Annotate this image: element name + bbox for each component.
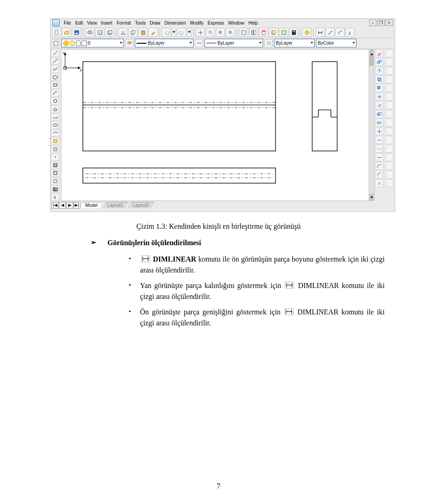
area-icon[interactable] (385, 58, 393, 66)
pline-icon[interactable] (51, 65, 59, 73)
menu-help[interactable]: Help (249, 21, 258, 26)
status-icon[interactable] (385, 110, 393, 118)
time-icon[interactable] (385, 101, 393, 109)
tab-nav-last[interactable]: ▶| (73, 202, 81, 209)
move-icon[interactable] (375, 93, 383, 101)
insert-block-icon[interactable] (51, 137, 59, 145)
tab-layout1[interactable]: Layout1 (102, 202, 128, 208)
menu-express[interactable]: Express (208, 21, 224, 26)
menu-dimension[interactable]: Dimension (164, 21, 186, 26)
menu-modify[interactable]: Modify (190, 21, 203, 26)
zoom-window-icon[interactable] (216, 28, 225, 37)
offset-icon[interactable] (375, 75, 383, 83)
xline-icon[interactable] (51, 57, 59, 65)
extend-icon[interactable] (375, 136, 383, 144)
vertical-scrollbar[interactable]: ▴ ▾ (369, 50, 374, 201)
table-icon[interactable] (51, 185, 59, 193)
copy-icon[interactable] (128, 28, 137, 37)
mtext-icon[interactable]: A (51, 193, 59, 201)
scale-icon[interactable] (375, 110, 383, 118)
layer-manager-icon[interactable] (125, 39, 133, 47)
sheetset-icon[interactable] (269, 28, 278, 37)
rotate-icon[interactable] (375, 101, 383, 109)
distance-icon[interactable] (385, 49, 393, 57)
plot-icon[interactable] (85, 28, 94, 37)
redo-icon[interactable] (177, 28, 186, 37)
arc-icon[interactable] (51, 89, 59, 97)
locate-icon[interactable] (385, 93, 393, 101)
menu-edit[interactable]: Edit (75, 21, 83, 26)
color-control-icon[interactable] (52, 39, 60, 47)
tab-nav-first[interactable]: |◀ (51, 202, 59, 209)
inq-tool1-icon[interactable] (385, 127, 393, 135)
menu-window[interactable]: Window (228, 21, 244, 26)
zoom-realtime-icon[interactable] (206, 28, 215, 37)
gradient-icon[interactable] (51, 170, 59, 177)
paste-icon[interactable] (138, 28, 147, 37)
quickcalc-icon[interactable] (289, 28, 298, 37)
trim-icon[interactable] (375, 127, 383, 135)
scroll-up-icon[interactable]: ▴ (370, 51, 373, 56)
properties-icon[interactable] (239, 28, 248, 37)
revcloud-icon[interactable] (51, 105, 59, 113)
redo-dropdown-icon[interactable] (187, 28, 192, 37)
publish-icon[interactable] (105, 28, 114, 37)
lineweight-settings-icon[interactable] (264, 39, 273, 47)
tab-layout2[interactable]: Layout2 (128, 202, 154, 208)
menu-view[interactable]: View (87, 21, 97, 26)
lineweight-combo[interactable]: ByLayer (204, 39, 263, 47)
inq-tool3-icon[interactable] (385, 144, 393, 153)
tool-palettes-icon[interactable] (259, 28, 268, 37)
markup-icon[interactable] (279, 28, 288, 37)
region-icon[interactable] (51, 177, 59, 185)
inq-tool2-icon[interactable] (385, 136, 393, 144)
help-icon[interactable]: ? (302, 28, 311, 37)
inq-tool6-icon[interactable] (385, 170, 393, 179)
close-button[interactable]: × (386, 20, 393, 26)
linetype-combo[interactable]: ByLayer (135, 39, 193, 47)
tab-nav-next[interactable]: ▶ (66, 202, 73, 209)
spline-icon[interactable] (51, 113, 59, 121)
join-icon[interactable] (375, 153, 383, 161)
tab-nav-prev[interactable]: ◀ (59, 202, 66, 209)
fillet-icon[interactable] (375, 170, 383, 179)
polygon-icon[interactable] (51, 73, 59, 81)
design-center-icon[interactable] (249, 28, 258, 37)
array-icon[interactable] (375, 84, 383, 92)
scroll-thumb[interactable] (370, 57, 373, 66)
menu-file[interactable]: File (64, 21, 71, 26)
break-icon[interactable] (375, 144, 383, 153)
cut-icon[interactable] (118, 28, 127, 37)
menu-draw[interactable]: Draw (150, 21, 160, 26)
restore-button[interactable]: ❐ (377, 20, 385, 26)
erase-icon[interactable] (375, 49, 383, 57)
ellipse-arc-icon[interactable] (51, 129, 59, 137)
tab-model[interactable]: Model (80, 202, 102, 208)
copy-object-icon[interactable] (375, 58, 383, 66)
inq-tool5-icon[interactable] (385, 162, 393, 170)
menu-insert[interactable]: Insert (101, 21, 112, 26)
save-icon[interactable] (72, 28, 81, 37)
list-icon[interactable] (385, 75, 393, 83)
chamfer-icon[interactable] (375, 162, 383, 170)
dimarc-icon[interactable] (335, 28, 345, 37)
inq-tool4-icon[interactable] (385, 153, 393, 161)
inq-tool7-icon[interactable] (385, 179, 393, 187)
rectangle-icon[interactable] (51, 81, 59, 89)
matchprop-icon[interactable] (148, 28, 158, 37)
make-block-icon[interactable] (51, 145, 59, 153)
plot-preview-icon[interactable] (95, 28, 104, 37)
menu-format[interactable]: Format (117, 21, 131, 26)
explode-icon[interactable] (375, 179, 383, 187)
hatch-icon[interactable] (51, 161, 59, 169)
drawing-canvas[interactable]: Y X ▴ ▾ (61, 49, 374, 201)
id-icon[interactable] (385, 84, 393, 92)
plotstyle-combo[interactable]: ByLayer (274, 39, 315, 47)
undo-dropdown-icon[interactable] (172, 28, 176, 37)
menu-tools[interactable]: Tools (135, 21, 146, 26)
pan-icon[interactable] (196, 28, 205, 37)
scroll-down-icon[interactable]: ▾ (370, 194, 373, 200)
stretch-icon[interactable] (375, 118, 383, 127)
line-icon[interactable] (51, 49, 59, 57)
open-icon[interactable] (62, 28, 71, 37)
